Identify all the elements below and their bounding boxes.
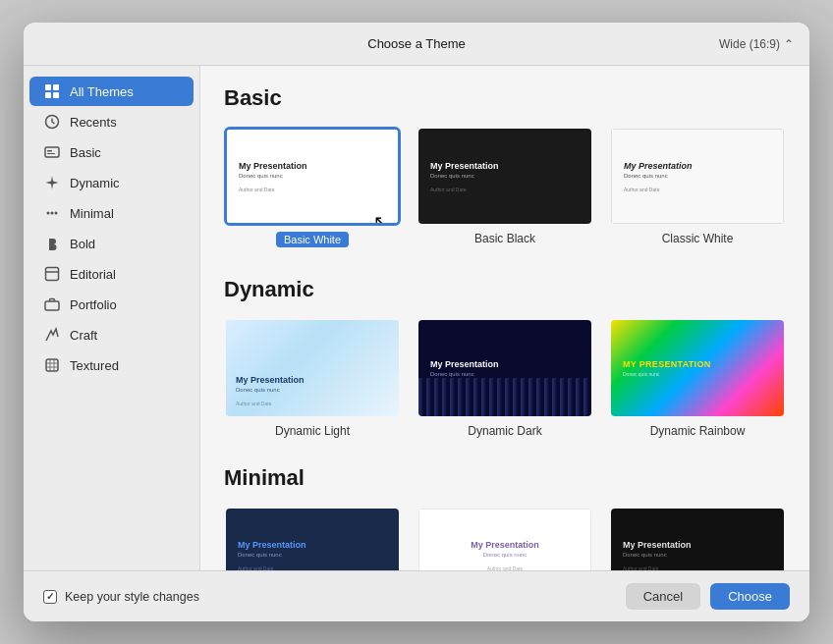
section-title-minimal: Minimal	[224, 465, 786, 491]
sidebar-item-bold[interactable]: Bold	[29, 229, 194, 258]
sidebar: All Themes Recents	[24, 66, 200, 570]
portfolio-icon	[43, 295, 61, 313]
sidebar-item-all-themes[interactable]: All Themes	[29, 77, 194, 106]
svg-rect-11	[46, 268, 59, 281]
bold-icon	[43, 235, 61, 252]
sparkle-icon	[43, 174, 61, 191]
theme-name-dynamic-rainbow: Dynamic Rainbow	[650, 424, 746, 438]
svg-rect-7	[47, 153, 55, 154]
theme-card-basic-black[interactable]: My Presentation Donec quis nunc Author a…	[416, 127, 593, 249]
svg-rect-3	[53, 92, 59, 98]
choose-button[interactable]: Choose	[710, 583, 790, 610]
minimal-theme-grid: My Presentation Donec quis nunc Author a…	[224, 507, 786, 571]
textured-icon	[43, 356, 61, 374]
aspect-selector[interactable]: Wide (16:9) ⌃	[719, 37, 794, 51]
craft-icon	[43, 326, 61, 344]
dynamic-theme-grid: My Presentation Donec quis nunc Author a…	[224, 318, 786, 437]
keep-style-label: Keep your style changes	[65, 590, 199, 604]
sidebar-label-editorial: Editorial	[70, 267, 116, 282]
theme-card-basic-white[interactable]: My Presentation Donec quis nunc Author a…	[224, 127, 401, 249]
theme-card-minimal-white[interactable]: My Presentation Donec quis nunc Author a…	[416, 507, 593, 571]
tooltip-basic-white: Basic White	[276, 232, 349, 247]
sidebar-label-all-themes: All Themes	[70, 84, 134, 99]
titlebar-title: Choose a Theme	[367, 36, 466, 51]
basic-theme-grid: My Presentation Donec quis nunc Author a…	[224, 127, 786, 249]
theme-card-minimal-dark[interactable]: My Presentation Donec quis nunc Author a…	[224, 507, 401, 571]
sidebar-item-editorial[interactable]: Editorial	[29, 259, 194, 289]
window-body: All Themes Recents	[24, 66, 809, 570]
theme-thumb-basic-black: My Presentation Donec quis nunc Author a…	[416, 127, 593, 226]
keep-style-checkbox[interactable]: ✓	[43, 590, 57, 604]
svg-rect-2	[45, 92, 51, 98]
theme-thumb-dynamic-light: My Presentation Donec quis nunc Author a…	[224, 318, 401, 417]
sidebar-label-portfolio: Portfolio	[70, 297, 117, 312]
svg-point-8	[47, 212, 50, 215]
titlebar: Choose a Theme Wide (16:9) ⌃	[24, 23, 809, 66]
svg-point-9	[51, 212, 54, 215]
sidebar-label-basic: Basic	[70, 145, 101, 160]
footer-buttons: Cancel Choose	[626, 583, 790, 610]
sidebar-label-craft: Craft	[70, 328, 97, 343]
theme-card-dynamic-light[interactable]: My Presentation Donec quis nunc Author a…	[224, 318, 401, 437]
svg-rect-12	[45, 301, 59, 310]
theme-card-classic-white[interactable]: My Presentation Donec quis nunc Author a…	[609, 127, 786, 249]
sidebar-item-minimal[interactable]: Minimal	[29, 198, 194, 228]
sidebar-item-basic[interactable]: Basic	[29, 137, 194, 167]
theme-name-dynamic-light: Dynamic Light	[275, 424, 350, 438]
minimal-icon	[43, 204, 61, 222]
sidebar-label-minimal: Minimal	[70, 206, 114, 221]
sidebar-item-textured[interactable]: Textured	[29, 350, 194, 380]
sidebar-item-recents[interactable]: Recents	[29, 107, 194, 136]
theme-name-classic-white: Classic White	[662, 232, 734, 245]
sidebar-item-portfolio[interactable]: Portfolio	[29, 290, 194, 319]
theme-thumb-dynamic-rainbow: MY PRESENTATION Donec quis nunc	[609, 318, 786, 417]
svg-rect-13	[46, 359, 58, 371]
sidebar-label-textured: Textured	[70, 358, 119, 373]
sidebar-item-craft[interactable]: Craft	[29, 320, 194, 349]
clock-icon	[43, 113, 61, 131]
theme-thumb-minimal-dark: My Presentation Donec quis nunc Author a…	[224, 507, 401, 571]
theme-chooser-window: Choose a Theme Wide (16:9) ⌃ All Themes	[24, 23, 809, 621]
grid-icon	[43, 82, 61, 100]
theme-thumb-dynamic-dark: My Presentation Donec quis nunc	[416, 318, 593, 417]
theme-card-dynamic-dark[interactable]: My Presentation Donec quis nunc Dynamic …	[416, 318, 593, 437]
footer: ✓ Keep your style changes Cancel Choose	[24, 570, 809, 621]
check-mark: ✓	[46, 591, 54, 602]
sidebar-item-dynamic[interactable]: Dynamic	[29, 168, 194, 197]
section-title-dynamic: Dynamic	[224, 277, 786, 302]
sidebar-label-dynamic: Dynamic	[70, 176, 120, 190]
section-title-basic: Basic	[224, 85, 786, 111]
svg-rect-1	[53, 84, 59, 90]
sidebar-label-bold: Bold	[70, 237, 95, 251]
footer-left: ✓ Keep your style changes	[43, 590, 199, 604]
theme-label-basic-white: Basic White	[276, 232, 349, 249]
theme-name-dynamic-dark: Dynamic Dark	[468, 424, 541, 438]
theme-thumb-basic-white: My Presentation Donec quis nunc Author a…	[224, 127, 401, 226]
svg-point-10	[55, 212, 58, 215]
basic-icon	[43, 143, 61, 161]
cancel-button[interactable]: Cancel	[626, 583, 700, 610]
svg-rect-6	[47, 150, 52, 152]
theme-grid-area: Basic My Presentation Donec quis nunc Au…	[200, 66, 809, 570]
sidebar-label-recents: Recents	[70, 115, 117, 130]
theme-name-basic-black: Basic Black	[474, 232, 535, 245]
editorial-icon	[43, 265, 61, 283]
theme-thumb-minimal-darkest: My Presentation Donec quis nunc Author a…	[609, 507, 786, 571]
theme-thumb-minimal-white: My Presentation Donec quis nunc Author a…	[416, 507, 593, 571]
theme-thumb-classic-white: My Presentation Donec quis nunc Author a…	[609, 127, 786, 226]
svg-rect-0	[45, 84, 51, 90]
theme-card-dynamic-rainbow[interactable]: MY PRESENTATION Donec quis nunc Dynamic …	[609, 318, 786, 437]
theme-card-minimal-darkest[interactable]: My Presentation Donec quis nunc Author a…	[609, 507, 786, 571]
svg-rect-5	[45, 147, 59, 157]
